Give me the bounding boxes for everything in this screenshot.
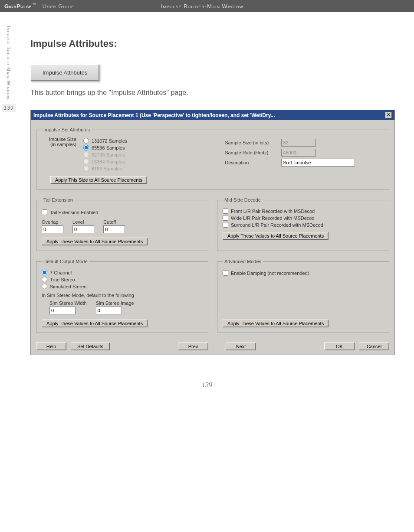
radio-true-stereo-label: True Stereo bbox=[50, 277, 75, 282]
dialog-footer: Help Set Defaults Prev Next OK Cancel bbox=[36, 343, 389, 350]
advanced-apply-button[interactable]: Apply These Values to All Source Placeme… bbox=[223, 320, 329, 327]
level-field[interactable] bbox=[72, 225, 94, 233]
cutoff-field[interactable] bbox=[103, 225, 125, 233]
left-rail-title: Impulse Builder-Main Window bbox=[6, 26, 11, 100]
tail-extension-legend: Tail Extension bbox=[42, 197, 75, 202]
tail-extension-enabled-checkbox[interactable] bbox=[42, 209, 47, 215]
radio-16384-label: 16384 Samples bbox=[92, 159, 125, 164]
sim-image-field[interactable] bbox=[96, 307, 122, 314]
dialog-title: Impulse Attributes for Source Placement … bbox=[33, 112, 275, 118]
sample-size-field bbox=[281, 139, 316, 147]
mid-side-legend: Mid Side Decode bbox=[223, 197, 263, 202]
msdecode-front-checkbox[interactable] bbox=[223, 208, 228, 214]
advanced-modes-legend: Advanced Modes bbox=[223, 259, 263, 264]
radio-65536[interactable] bbox=[83, 145, 89, 150]
sample-rate-label: Sample Rate (Hertz) bbox=[225, 150, 277, 155]
enable-damping-checkbox[interactable] bbox=[223, 270, 228, 276]
dialog-titlebar: Impulse Attributes for Source Placement … bbox=[31, 110, 394, 120]
enable-damping-label: Enable Damping (not recommended) bbox=[231, 271, 309, 276]
radio-true-stereo[interactable] bbox=[42, 277, 47, 282]
help-button[interactable]: Help bbox=[36, 343, 66, 350]
intro-text: This button brings up the "Impulse Attri… bbox=[30, 89, 384, 97]
midside-apply-button[interactable]: Apply These Values to All Source Placeme… bbox=[223, 232, 329, 240]
page-number: 139 bbox=[30, 381, 384, 389]
set-defaults-button[interactable]: Set Defaults bbox=[71, 343, 110, 350]
close-icon[interactable]: ✕ bbox=[385, 112, 392, 118]
guide-label: User Guide bbox=[43, 3, 74, 10]
tail-extension-enabled-label: Tail Extension Enabled bbox=[50, 210, 98, 215]
msdecode-surround-label: Surround L/R Pair Recorded with MSDecod bbox=[231, 222, 323, 228]
impulse-attributes-example-button[interactable]: Impulse Attributes bbox=[30, 64, 99, 81]
impulse-size-label-1: Impulse Size bbox=[42, 137, 76, 142]
radio-7channel-label: 7 Channel bbox=[50, 270, 72, 275]
left-rail-page: 139 bbox=[2, 104, 15, 112]
msdecode-wide-checkbox[interactable] bbox=[223, 215, 228, 221]
description-label: Description bbox=[225, 160, 277, 165]
radio-sim-stereo-label: Simulated Stereo bbox=[50, 284, 86, 289]
ok-button[interactable]: OK bbox=[324, 343, 355, 350]
doc-top-bar: GigaPulse™ User Guide Impulse Builder-Ma… bbox=[0, 0, 414, 12]
sample-size-label: Sample Size (in bits) bbox=[225, 140, 277, 145]
radio-16384 bbox=[83, 159, 89, 164]
advanced-modes-group: Advanced Modes Enable Damping (not recom… bbox=[217, 259, 389, 333]
radio-131072-label: 131072 Samples bbox=[92, 138, 128, 144]
default-output-mode-group: Default Output Mode 7 Channel True Stere… bbox=[36, 259, 208, 333]
sim-width-label: Sim Stereo Width bbox=[49, 300, 87, 306]
radio-65536-label: 65536 Samples bbox=[92, 145, 125, 150]
radio-32768 bbox=[83, 152, 89, 157]
next-button[interactable]: Next bbox=[226, 343, 256, 350]
brand-text: GigaPulse bbox=[4, 3, 32, 10]
msdecode-surround-checkbox[interactable] bbox=[223, 222, 228, 228]
prev-button[interactable]: Prev bbox=[178, 343, 208, 350]
radio-8192 bbox=[83, 166, 89, 171]
tail-apply-button[interactable]: Apply These Values to All Source Placeme… bbox=[42, 238, 148, 245]
impulse-set-attributes-legend: Impulse Set Attributes bbox=[42, 127, 92, 132]
left-rail: Impulse Builder-Main Window 139 bbox=[0, 22, 17, 143]
tail-extension-group: Tail Extension Tail Extension Enabled Ov… bbox=[36, 197, 208, 251]
impulse-attributes-dialog: Impulse Attributes for Source Placement … bbox=[30, 110, 395, 355]
brand-tm: ™ bbox=[32, 3, 36, 7]
sim-width-field[interactable] bbox=[49, 307, 76, 314]
page-content: Impulse Attributes: Impulse Attributes T… bbox=[30, 38, 384, 389]
radio-32768-label: 32768 Samples bbox=[92, 152, 125, 157]
radio-sim-stereo[interactable] bbox=[42, 284, 47, 289]
sim-stereo-note: In Sim Stereo Mode, default to the follo… bbox=[42, 293, 203, 298]
overlap-label: Overlap bbox=[42, 219, 63, 225]
radio-7channel[interactable] bbox=[42, 270, 47, 275]
brand-name: GigaPulse™ bbox=[4, 3, 36, 10]
section-label: Impulse Builder-Main Window bbox=[161, 3, 243, 10]
level-label: Level bbox=[72, 219, 94, 225]
radio-131072[interactable] bbox=[83, 138, 89, 144]
sim-image-label: Sim Stereo Image bbox=[96, 300, 134, 306]
default-output-mode-legend: Default Output Mode bbox=[42, 259, 89, 264]
dialog-body: Impulse Set Attributes Impulse Size (in … bbox=[31, 120, 394, 355]
output-mode-apply-button[interactable]: Apply These Values to All Source Placeme… bbox=[42, 320, 148, 327]
radio-8192-label: 8192 Samples bbox=[92, 166, 122, 171]
impulse-size-label-2: (in samples) bbox=[42, 142, 76, 147]
overlap-field[interactable] bbox=[42, 225, 63, 233]
msdecode-wide-label: Wide L/R Pair Recorded with MSDecod bbox=[231, 215, 315, 221]
msdecode-front-label: Front L/R Pair Recorded with MSDecod bbox=[231, 209, 315, 214]
description-field[interactable] bbox=[281, 159, 355, 166]
impulse-set-attributes-group: Impulse Set Attributes Impulse Size (in … bbox=[36, 127, 389, 189]
mid-side-decode-group: Mid Side Decode Front L/R Pair Recorded … bbox=[217, 197, 389, 251]
sample-rate-field bbox=[281, 149, 316, 157]
cutoff-label: Cutoff bbox=[103, 219, 125, 225]
cancel-button[interactable]: Cancel bbox=[359, 343, 389, 350]
page-heading: Impulse Attributes: bbox=[30, 38, 384, 49]
apply-size-button[interactable]: Apply This Size to All Source Placements bbox=[50, 176, 147, 184]
